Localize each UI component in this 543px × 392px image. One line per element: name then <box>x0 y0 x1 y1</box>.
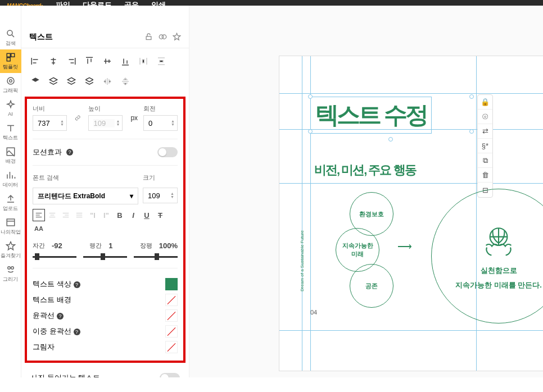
align-center-h-btn[interactable] <box>46 54 61 69</box>
shadow-swatch[interactable] <box>165 341 178 353</box>
page[interactable]: 텍스트 수정 🔒 ⦾ ⇄ §* ⧉ 🗑 ⊟ 비전, 미션, 주요 행동 환경보호… <box>279 56 543 371</box>
double-outline-swatch[interactable] <box>165 325 178 338</box>
ft-flip-icon[interactable]: ⇄ <box>478 124 492 139</box>
opacity-icon[interactable] <box>159 33 167 41</box>
height-label: 높이 <box>88 104 123 113</box>
kerning-slider[interactable] <box>33 253 76 260</box>
photo-text-row: 사진 들어가는 텍스트 <box>21 365 189 377</box>
big-circle[interactable]: 실천함으로 지속가능한 미래를 만든다. <box>431 189 543 323</box>
svg-rect-2 <box>11 53 14 57</box>
stretch-slider[interactable] <box>134 253 178 260</box>
align-middle-btn[interactable] <box>100 54 115 69</box>
ft-format-icon[interactable]: §* <box>478 139 492 153</box>
layer-up-btn[interactable] <box>46 74 61 89</box>
quote-left-btn[interactable]: "I <box>87 209 99 221</box>
nav-mywork[interactable]: 나의작업 <box>0 215 21 238</box>
align-right-btn[interactable] <box>64 54 79 69</box>
layer-front-btn[interactable] <box>28 74 43 89</box>
svg-point-0 <box>7 30 12 35</box>
side-vertical-text[interactable]: Dream of a Sustainable Future <box>300 230 305 291</box>
text-tools: "I I" B I U T AA <box>33 209 178 235</box>
nav-graphic[interactable]: 그래픽 <box>0 73 21 97</box>
ft-lock-icon[interactable]: 🔒 <box>478 95 492 110</box>
align-left-btn[interactable] <box>28 54 43 69</box>
text-align-right-btn[interactable] <box>60 209 72 221</box>
highlighted-section: 너비 ▲▼ 높이 ▲▼ px 회전 ▲▼ <box>25 97 185 363</box>
align-row-1 <box>21 48 189 74</box>
font-select[interactable]: 프리텐다드 ExtraBold▾ <box>33 188 138 204</box>
align-top-btn[interactable] <box>82 54 97 69</box>
font-search-label: 폰트 검색 <box>33 174 137 182</box>
align-bottom-btn[interactable] <box>118 54 133 69</box>
quote-right-btn[interactable]: I" <box>100 209 112 221</box>
outline-swatch[interactable] <box>165 309 178 322</box>
help-icon[interactable]: ? <box>66 149 73 156</box>
subtitle-text[interactable]: 비전, 미션, 주요 행동 <box>314 162 416 179</box>
float-toolbar: 🔒 ⦾ ⇄ §* ⧉ 🗑 ⊟ <box>477 94 493 198</box>
svg-rect-7 <box>7 219 15 226</box>
leading-label: 행간 <box>89 241 102 250</box>
link-aspect-icon[interactable] <box>75 113 81 122</box>
text-color-swatch[interactable] <box>165 278 178 290</box>
nav-text[interactable]: 텍스트 <box>0 120 21 144</box>
bold-btn[interactable]: B <box>114 209 126 221</box>
circle-coexist[interactable]: 공존 <box>350 264 393 308</box>
svg-point-8 <box>7 266 10 269</box>
layer-row <box>21 74 189 94</box>
case-btn[interactable]: AA <box>33 222 45 235</box>
flip-h-btn <box>100 74 115 89</box>
help-icon[interactable]: ? <box>74 329 80 335</box>
star-icon[interactable] <box>173 33 181 41</box>
width-input[interactable]: ▲▼ <box>33 115 67 131</box>
nav-template[interactable]: 템플릿 <box>0 49 21 73</box>
nav-upload[interactable]: 업로드 <box>0 191 21 215</box>
layer-down-btn[interactable] <box>64 74 79 89</box>
outline-label: 윤곽선 <box>33 311 55 320</box>
nav-search[interactable]: 검색 <box>0 26 21 49</box>
panel-title: 텍스트 <box>29 32 53 42</box>
nav-draw[interactable]: 그리기 <box>0 262 21 285</box>
ft-delete-icon[interactable]: 🗑 <box>478 168 492 183</box>
help-icon[interactable]: ? <box>57 313 64 320</box>
big-line2: 지속가능한 미래를 만든다. <box>455 280 542 290</box>
photo-text-toggle[interactable] <box>160 373 180 377</box>
width-label: 너비 <box>33 104 67 113</box>
text-bg-swatch[interactable] <box>165 294 178 306</box>
rotation-input[interactable]: ▲▼ <box>143 115 178 131</box>
ft-copy-icon[interactable]: ⧉ <box>478 153 492 168</box>
layer-back-btn[interactable] <box>82 74 97 89</box>
underline-btn[interactable]: U <box>141 209 153 221</box>
leading-slider[interactable] <box>83 253 127 260</box>
canvas-area[interactable]: 텍스트 수정 🔒 ⦾ ⇄ §* ⧉ 🗑 ⊟ 비전, 미션, 주요 행동 환경보호… <box>189 6 543 377</box>
strike-btn[interactable]: T <box>154 209 166 221</box>
distribute-h-btn <box>136 54 151 69</box>
shadow-label: 그림자 <box>33 342 55 352</box>
nav-favorite[interactable]: 즐겨찾기 <box>0 238 21 262</box>
svg-point-12 <box>162 35 166 39</box>
selected-text-element[interactable]: 텍스트 수정 <box>310 97 432 134</box>
help-icon[interactable]: ? <box>74 281 80 288</box>
motion-effect-label: 모션효과 <box>33 147 62 157</box>
ft-opacity-icon[interactable]: ⦾ <box>478 110 492 124</box>
text-color-label: 텍스트 색상 <box>33 280 71 288</box>
font-size-label: 크기 <box>143 174 178 182</box>
svg-rect-10 <box>146 37 151 40</box>
svg-point-9 <box>11 266 13 269</box>
panel-header: 텍스트 <box>21 26 189 48</box>
rotation-label: 회전 <box>143 104 178 113</box>
kerning-label: 자간 <box>33 241 45 250</box>
italic-btn[interactable]: I <box>127 209 139 221</box>
text-align-justify-btn[interactable] <box>73 209 85 221</box>
text-align-center-btn[interactable] <box>46 209 58 221</box>
height-input: ▲▼ <box>88 115 123 131</box>
nav-background[interactable]: 배경 <box>0 144 21 167</box>
motion-toggle[interactable] <box>157 147 178 157</box>
svg-point-5 <box>9 79 12 82</box>
font-size-input[interactable]: ▲▼ <box>143 188 178 203</box>
page-number: 04 <box>310 309 317 316</box>
flip-v-btn <box>118 74 133 89</box>
text-align-left-btn[interactable] <box>33 209 45 221</box>
nav-data[interactable]: 데이터 <box>0 167 21 191</box>
lock-icon[interactable] <box>144 33 153 41</box>
nav-ai[interactable]: AI <box>0 97 21 120</box>
